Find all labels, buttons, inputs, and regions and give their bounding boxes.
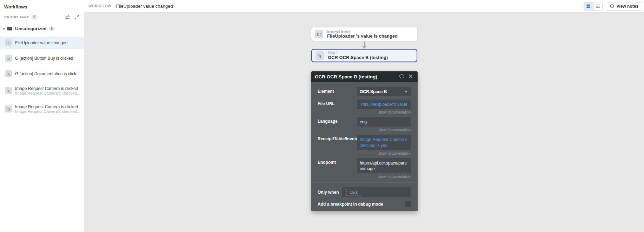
caret-down-icon [404,90,408,94]
caret-down-icon[interactable] [2,27,6,31]
folder-icon [7,26,13,32]
only-when-row: Only when Click [318,187,411,197]
cursor-click-icon [5,70,12,77]
field-element-label: Element [318,87,357,94]
endpoint-input[interactable]: https://api.ocr.space/parse/image [357,158,411,173]
workflow-item-image-request-camera-2[interactable]: Image Request Camera is clicked Image Re… [0,101,84,117]
step-card-kind: Step 1 [328,51,388,55]
field-endpoint-label: Endpoint [318,158,357,165]
only-when-click-placeholder[interactable]: Click [346,189,361,196]
element-event-card[interactable]: Element Event FileUploader 's value is c… [311,27,417,41]
folder-name: Uncategorized [15,26,47,31]
field-file-url: File URL This FileUploader's value [318,99,411,109]
expand-icon[interactable] [74,14,80,20]
cursor-click-icon [5,55,12,62]
list-view-icon [595,4,600,9]
filter-sliders-icon[interactable] [65,14,71,20]
field-element: Element OCR.Space B [318,87,411,96]
workflow-item-title: G [action] Documentation is click... [15,71,80,76]
workflow-item-fileuploader-value-changed[interactable]: FileUploader value changed [0,37,84,49]
workflow-label: WORKFLOW: [88,4,113,8]
event-card-kind: Element Event [327,30,398,33]
panel-body: Element OCR.Space B File URL This FileUp… [311,82,418,211]
cursor-click-icon [5,105,12,112]
workflow-item-title: Image Request Camera is clicked [15,86,80,91]
field-receipt-label: Receipt/Table/Invoice [318,135,357,141]
event-card-title: FileUploader 's value is changed [327,33,398,39]
workflow-item-title: G [action] Button Buy is clicked [15,56,73,61]
file-url-doc-link[interactable]: show documentation [318,109,411,117]
down-arrow-icon [360,41,369,49]
step-card-title: OCR OCR.Space B (testing) [328,55,388,60]
action-property-panel: OCR OCR.Space B (testing) Element OCR.Sp… [311,71,418,211]
on-this-page-label: ON THIS PAGE [4,15,29,19]
workflow-item-title: Image Request Camera is clicked [15,104,80,109]
panel-divider [311,182,418,183]
language-doc-link[interactable]: show documentation [318,127,411,135]
field-language: Language eng [318,117,411,127]
element-event-icon [315,30,323,38]
workflow-list: FileUploader value changed G [action] Bu… [0,37,84,117]
folder-uncategorized[interactable]: Uncategorized 5 [0,20,84,32]
field-language-label: Language [318,117,357,124]
comment-icon[interactable] [399,73,405,80]
workflow-canvas[interactable]: Element Event FileUploader 's value is c… [84,13,644,232]
workflow-title: FileUploader value changed [116,4,173,9]
on-this-page-count-badge: 5 [31,15,38,20]
element-dropdown[interactable]: OCR.Space B [357,87,411,96]
close-icon[interactable] [408,73,414,80]
cursor-click-icon [316,51,324,60]
workflow-item-image-request-camera-1[interactable]: Image Request Camera is clicked Image Re… [0,83,84,98]
element-event-icon [5,39,12,46]
view-notes-label: View notes [617,4,638,9]
card-view-button[interactable] [584,2,593,10]
file-url-input[interactable]: This FileUploader's value [357,99,411,109]
only-when-input[interactable]: Click [342,187,411,197]
receipt-input[interactable]: Image Request Camera's checked is yes [357,135,411,150]
workflow-item-documentation-clicked[interactable]: G [action] Documentation is click... [0,67,84,80]
workflow-item-subtitle: Image Request Camera's checked... [15,109,80,114]
view-notes-button[interactable]: View notes [606,2,642,11]
element-dropdown-value: OCR.Space B [360,89,387,94]
sidebar-title: Workflows [0,0,84,9]
endpoint-doc-link[interactable]: show documentation [318,173,411,181]
only-when-label: Only when [318,190,339,195]
breakpoint-row: Add a breakpoint in debug mode [318,201,411,207]
field-endpoint: Endpoint https://api.ocr.space/parse/ima… [318,158,411,173]
field-receipt-table-invoice: Receipt/Table/Invoice Image Request Came… [318,135,411,150]
workflow-item-subtitle: Image Request Camera's checked... [15,91,80,95]
view-mode-toggle [584,2,603,11]
list-view-button[interactable] [593,2,602,10]
breakpoint-checkbox[interactable] [405,201,411,207]
workflow-item-title: FileUploader value changed [15,40,67,45]
folder-count-badge: 5 [49,26,55,31]
panel-header[interactable]: OCR OCR.Space B (testing) [311,71,418,82]
panel-title: OCR OCR.Space B (testing) [315,74,396,79]
field-file-url-label: File URL [318,99,357,106]
on-this-page-row: ON THIS PAGE 5 [0,9,84,20]
step-1-card[interactable]: Step 1 OCR OCR.Space B (testing) [311,49,417,62]
card-view-icon [586,4,591,9]
notes-bubble-icon [610,4,615,9]
workflow-item-button-buy-clicked[interactable]: G [action] Button Buy is clicked [0,52,84,65]
cursor-click-icon [5,87,12,94]
workflow-topbar: WORKFLOW: FileUploader value changed [84,0,644,13]
breakpoint-label: Add a breakpoint in debug mode [318,202,405,207]
workflows-sidebar: Workflows ON THIS PAGE 5 [0,0,84,232]
receipt-doc-link[interactable]: show documentation [318,150,411,158]
language-input[interactable]: eng [357,117,411,127]
